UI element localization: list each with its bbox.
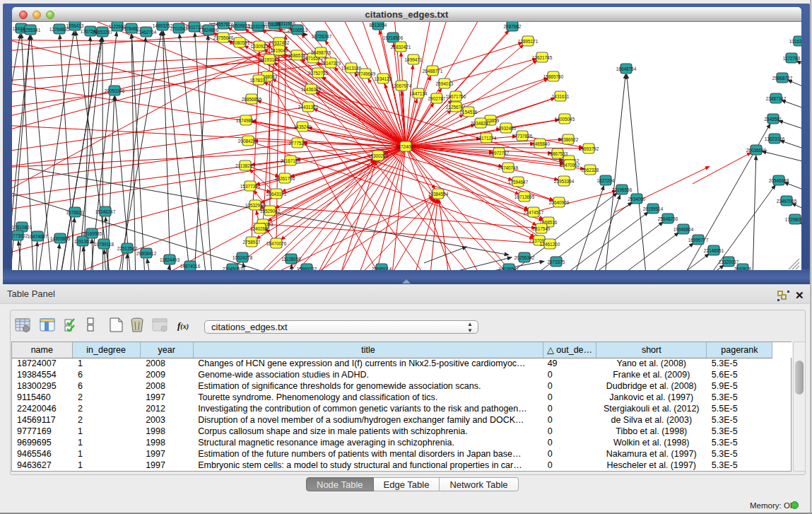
svg-text:16995777: 16995777: [688, 238, 709, 243]
svg-text:1334123: 1334123: [375, 76, 392, 81]
svg-text:23320037: 23320037: [719, 259, 739, 264]
svg-text:11465840: 11465840: [530, 141, 550, 146]
svg-text:15869232: 15869232: [297, 267, 317, 271]
svg-text:22474517: 22474517: [524, 210, 544, 215]
svg-text:1056413: 1056413: [66, 23, 84, 28]
svg-text:23467065: 23467065: [777, 199, 797, 204]
svg-text:13749894: 13749894: [236, 118, 257, 123]
svg-text:15377351: 15377351: [240, 184, 261, 189]
svg-text:23193149: 23193149: [259, 57, 280, 62]
svg-text:20643171: 20643171: [266, 192, 287, 197]
svg-text:10163287: 10163287: [789, 39, 801, 44]
svg-text:19218506: 19218506: [383, 35, 404, 40]
svg-text:2073375: 2073375: [548, 259, 565, 264]
svg-text:2345581: 2345581: [765, 117, 782, 122]
svg-text:1191361: 1191361: [74, 239, 92, 244]
svg-text:23755646: 23755646: [213, 35, 234, 40]
svg-text:2758917: 2758917: [243, 240, 261, 245]
svg-text:14874016: 14874016: [180, 264, 201, 269]
svg-text:19384554: 19384554: [428, 192, 449, 197]
svg-text:1172788: 1172788: [783, 56, 801, 61]
svg-text:2777520: 2777520: [289, 141, 307, 146]
svg-text:21138267: 21138267: [235, 163, 255, 168]
svg-text:13171274: 13171274: [476, 136, 497, 141]
svg-text:19946804: 19946804: [673, 227, 694, 232]
svg-text:23953394: 23953394: [554, 179, 575, 184]
svg-text:19693792: 19693792: [579, 146, 599, 151]
svg-text:f(x): f(x): [177, 320, 189, 331]
svg-text:22148951: 22148951: [704, 248, 724, 253]
svg-text:11436349: 11436349: [301, 87, 321, 92]
svg-text:20256342: 20256342: [514, 255, 535, 260]
svg-text:27749649: 27749649: [355, 71, 376, 76]
svg-text:16474687: 16474687: [28, 234, 48, 239]
svg-text:19413186: 19413186: [341, 66, 362, 71]
svg-text:11128059: 11128059: [281, 257, 301, 262]
svg-text:10932480: 10932480: [496, 126, 517, 131]
svg-text:19169985: 19169985: [82, 231, 102, 236]
svg-text:27737826: 27737826: [512, 134, 533, 139]
svg-text:18724007: 18724007: [396, 144, 416, 149]
svg-text:16713695: 16713695: [514, 194, 535, 199]
svg-text:15346247: 15346247: [95, 209, 116, 214]
svg-text:23147379: 23147379: [321, 61, 341, 66]
svg-text:28856855: 28856855: [242, 97, 262, 102]
svg-text:20752735: 20752735: [308, 71, 329, 76]
svg-text:14309805: 14309805: [50, 236, 71, 241]
svg-text:17824896: 17824896: [199, 28, 219, 33]
svg-text:8813054: 8813054: [370, 23, 387, 28]
svg-text:20348247: 20348247: [471, 121, 491, 126]
svg-text:11824493: 11824493: [160, 257, 180, 262]
svg-text:24431351: 24431351: [298, 105, 319, 110]
svg-text:29653287: 29653287: [93, 30, 113, 35]
svg-text:19671756: 19671756: [446, 94, 466, 99]
svg-text:24740748: 24740748: [498, 165, 519, 170]
svg-text:1419049: 1419049: [271, 48, 288, 53]
svg-text:2817549: 2817549: [533, 226, 551, 231]
svg-text:13529042: 13529042: [260, 209, 281, 214]
svg-text:1435240: 1435240: [294, 124, 312, 129]
svg-text:10524278: 10524278: [233, 255, 253, 260]
svg-text:17080531: 17080531: [230, 40, 250, 45]
svg-text:12067974: 12067974: [392, 83, 412, 88]
svg-text:18726247: 18726247: [312, 34, 332, 39]
svg-text:25255341: 25255341: [20, 28, 41, 33]
svg-text:29972787: 29972787: [489, 151, 510, 156]
svg-text:21167190: 21167190: [281, 158, 300, 163]
svg-text:2562328: 2562328: [582, 168, 599, 173]
svg-text:2087682: 2087682: [504, 24, 522, 29]
svg-text:14005045: 14005045: [555, 117, 575, 122]
svg-text:10799118: 10799118: [94, 242, 114, 247]
svg-text:18300295: 18300295: [368, 153, 389, 158]
svg-text:21462704: 21462704: [136, 30, 157, 35]
svg-text:20196556: 20196556: [612, 187, 632, 192]
svg-text:17810801: 17810801: [12, 225, 33, 230]
svg-text:12402681: 12402681: [250, 226, 271, 231]
svg-text:1330923: 1330923: [251, 44, 269, 49]
svg-text:21937452: 21937452: [269, 40, 290, 45]
svg-text:2934060: 2934060: [628, 197, 646, 201]
svg-text:18498776: 18498776: [311, 50, 331, 55]
svg-text:25648236: 25648236: [658, 216, 678, 221]
svg-text:12895171: 12895171: [518, 39, 539, 44]
svg-text:17298069: 17298069: [785, 217, 801, 222]
svg-text:1447134: 1447134: [410, 91, 428, 96]
svg-text:20640909: 20640909: [549, 200, 570, 205]
svg-text:29261796: 29261796: [275, 176, 295, 181]
svg-text:20053346: 20053346: [105, 88, 125, 93]
svg-text:22045053: 22045053: [223, 267, 243, 271]
svg-text:28685014: 28685014: [372, 267, 392, 271]
svg-text:18470076: 18470076: [266, 241, 287, 246]
svg-text:22386922: 22386922: [558, 137, 579, 142]
svg-text:15865780: 15865780: [543, 74, 564, 79]
svg-text:2693676: 2693676: [734, 267, 752, 271]
svg-text:1431611: 1431611: [552, 94, 570, 99]
svg-text:21832421: 21832421: [391, 45, 411, 49]
svg-text:17461200: 17461200: [540, 242, 560, 247]
svg-text:26488771: 26488771: [423, 69, 443, 74]
svg-text:22513542: 22513542: [117, 246, 138, 251]
svg-text:28867533: 28867533: [548, 151, 568, 156]
svg-text:20084271: 20084271: [238, 139, 259, 144]
svg-text:1627204: 1627204: [597, 178, 615, 183]
svg-text:26036690: 26036690: [746, 148, 767, 153]
